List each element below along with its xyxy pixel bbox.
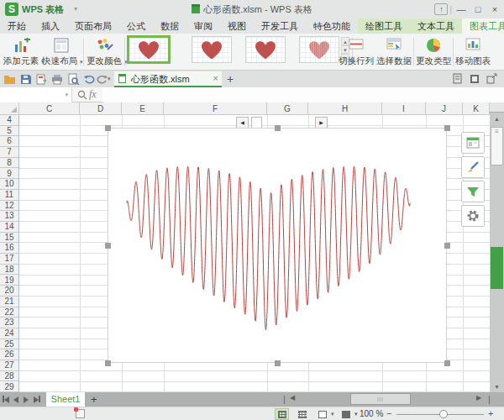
chart-resize-handle[interactable] bbox=[444, 243, 450, 249]
zoom-slider-handle[interactable] bbox=[439, 410, 448, 418]
redo-icon[interactable] bbox=[96, 73, 108, 85]
menu-tab-4[interactable]: 数据 bbox=[153, 18, 186, 34]
row-header-7[interactable]: 7 bbox=[0, 147, 18, 158]
row-header-17[interactable]: 17 bbox=[0, 254, 18, 265]
vertical-split-handle[interactable] bbox=[490, 102, 504, 113]
menu-tab-11[interactable]: 图表工具 bbox=[462, 18, 504, 34]
normal-view-button[interactable] bbox=[275, 408, 289, 420]
chart-resize-handle[interactable] bbox=[444, 125, 450, 131]
chart-filter-button[interactable] bbox=[461, 181, 485, 202]
row-header-6[interactable]: 6 bbox=[0, 136, 18, 147]
row-header-25[interactable]: 25 bbox=[0, 339, 18, 350]
row-header-4[interactable]: 4 bbox=[0, 115, 18, 126]
last-sheet-icon[interactable] bbox=[34, 395, 43, 404]
row-header-19[interactable]: 19 bbox=[0, 276, 18, 286]
new-tab-button[interactable]: + bbox=[227, 72, 234, 86]
vertical-scrollbar[interactable]: ▲ ≡ ▼ bbox=[490, 102, 504, 392]
chart-elements-button[interactable] bbox=[461, 132, 485, 154]
next-sheet-icon[interactable] bbox=[24, 395, 33, 404]
undo-icon[interactable] bbox=[83, 73, 96, 85]
formula-input[interactable] bbox=[102, 87, 504, 102]
document-tab[interactable]: 心形函数.xlsm × bbox=[114, 71, 222, 87]
print-preview-icon[interactable] bbox=[67, 73, 80, 85]
page-layout-dropdown-icon[interactable]: ▾ bbox=[331, 411, 334, 417]
change-type-button[interactable]: 更改类型 bbox=[415, 35, 452, 69]
row-header-5[interactable]: 5 bbox=[0, 126, 18, 137]
chart-resize-handle[interactable] bbox=[105, 125, 111, 131]
chart-resize-handle[interactable] bbox=[444, 360, 450, 366]
export-icon[interactable] bbox=[35, 73, 48, 85]
fx-icon[interactable]: fx bbox=[89, 88, 97, 101]
row-header-11[interactable]: 11 bbox=[0, 190, 18, 201]
chart-resize-handle[interactable] bbox=[275, 125, 281, 131]
chart-resize-handle[interactable] bbox=[275, 360, 281, 366]
vertical-scroll-thumb[interactable]: ≡ bbox=[491, 127, 503, 165]
reading-view-button[interactable] bbox=[339, 408, 353, 420]
add-sheet-button[interactable]: + bbox=[91, 392, 97, 407]
quick-layout-button[interactable]: 快速布局 ▾ bbox=[42, 35, 81, 69]
row-header-18[interactable]: 18 bbox=[0, 265, 18, 276]
first-sheet-icon[interactable] bbox=[3, 395, 12, 404]
reading-view-dropdown-icon[interactable]: ▾ bbox=[354, 411, 358, 417]
menu-tab-6[interactable]: 视图 bbox=[220, 18, 254, 34]
scrollbar-control-left-icon[interactable]: ◀ bbox=[236, 117, 249, 129]
add-element-button[interactable]: 添加元素 ▾ bbox=[3, 35, 40, 69]
menu-tab-3[interactable]: 公式 bbox=[119, 18, 153, 34]
row-header-13[interactable]: 13 bbox=[0, 211, 18, 222]
scroll-left-icon[interactable]: ◀ bbox=[290, 394, 295, 405]
name-box[interactable]: ▾ bbox=[0, 87, 72, 102]
column-header-I[interactable]: I bbox=[382, 102, 426, 115]
menu-tab-10[interactable]: 文本工具 bbox=[410, 18, 462, 34]
row-header-8[interactable]: 8 bbox=[0, 158, 18, 169]
row-header-28[interactable]: 28 bbox=[0, 371, 18, 382]
chart-style-2[interactable] bbox=[192, 36, 232, 63]
row-header-16[interactable]: 16 bbox=[0, 243, 18, 254]
row-header-15[interactable]: 15 bbox=[0, 233, 18, 244]
column-header-J[interactable]: J bbox=[426, 102, 463, 115]
row-header-29[interactable]: 29 bbox=[0, 382, 18, 393]
horizontal-scroll-thumb[interactable]: ||| bbox=[350, 393, 411, 405]
sheet-tab-sheet1[interactable]: Sheet1 bbox=[46, 392, 85, 407]
print-icon[interactable] bbox=[51, 73, 64, 85]
row-header-24[interactable]: 24 bbox=[0, 328, 18, 339]
open-icon[interactable] bbox=[3, 73, 16, 85]
menu-tab-7[interactable]: 开发工具 bbox=[254, 18, 306, 34]
heart-chart[interactable] bbox=[108, 128, 447, 363]
page-break-view-button[interactable] bbox=[295, 408, 309, 420]
prev-sheet-icon[interactable] bbox=[13, 395, 23, 404]
search-icon[interactable] bbox=[77, 90, 87, 100]
column-header-G[interactable]: G bbox=[267, 102, 308, 115]
h-split-right[interactable]: | bbox=[488, 394, 491, 405]
select-all-corner[interactable] bbox=[0, 102, 19, 115]
chart-style-3[interactable] bbox=[245, 36, 286, 63]
clipboard-status-icon[interactable] bbox=[76, 409, 85, 418]
upload-button[interactable]: ↑ bbox=[434, 3, 448, 15]
move-chart-button[interactable]: 移动图表 bbox=[454, 35, 491, 69]
row-header-23[interactable]: 23 bbox=[0, 318, 18, 328]
save-icon[interactable] bbox=[19, 73, 32, 85]
tab-close-icon[interactable]: × bbox=[213, 73, 218, 83]
scrollbar-control-right-icon[interactable]: ▶ bbox=[315, 117, 328, 129]
toolbar-dropdown-icon[interactable]: ▾ bbox=[108, 76, 111, 82]
switch-row-col-button[interactable]: 切换行列 bbox=[338, 35, 375, 69]
row-header-21[interactable]: 21 bbox=[0, 297, 18, 307]
close-button[interactable]: × bbox=[487, 2, 502, 17]
chart-resize-handle[interactable] bbox=[105, 360, 111, 366]
minimize-button[interactable]: — bbox=[454, 2, 469, 17]
row-header-27[interactable]: 27 bbox=[0, 360, 18, 371]
menu-tab-2[interactable]: 页面布局 bbox=[67, 18, 119, 34]
row-header-22[interactable]: 22 bbox=[0, 307, 18, 318]
chart-settings-button[interactable] bbox=[461, 205, 485, 227]
column-header-C[interactable]: C bbox=[19, 102, 80, 115]
zoom-out-button[interactable]: − bbox=[386, 408, 391, 418]
column-header-K[interactable]: K bbox=[463, 102, 490, 115]
column-header-E[interactable]: E bbox=[122, 102, 164, 115]
share-icon[interactable] bbox=[486, 73, 497, 84]
message-icon[interactable] bbox=[453, 73, 463, 84]
h-split-left[interactable]: | bbox=[283, 394, 286, 405]
chart-style-1[interactable] bbox=[127, 35, 171, 64]
change-colors-button[interactable]: 更改颜色 ▾ bbox=[87, 35, 123, 69]
menu-tab-8[interactable]: 特色功能 bbox=[306, 18, 358, 34]
scroll-down-icon[interactable]: ▼ bbox=[490, 381, 504, 392]
column-header-F[interactable]: F bbox=[164, 102, 267, 115]
